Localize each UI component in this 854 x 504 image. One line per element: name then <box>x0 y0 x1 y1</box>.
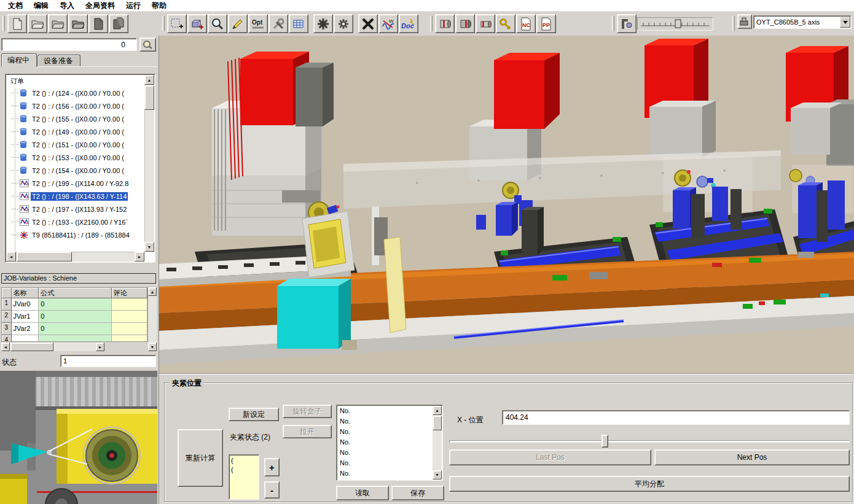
save-button[interactable]: 保存 <box>391 486 444 500</box>
last-pos-button[interactable]: Last Pos <box>449 449 651 465</box>
add-clamp-button[interactable]: + <box>264 458 280 476</box>
search-button[interactable] <box>139 37 156 52</box>
slider-track[interactable] <box>449 440 850 443</box>
slider-thumb[interactable] <box>601 435 608 448</box>
x-position-input[interactable] <box>502 410 850 425</box>
tree-item[interactable]: T2 () : / (199 - (|X114.00 / Y-92.8 <box>7 177 144 190</box>
scroll-left-button[interactable]: ◄ <box>1 343 10 351</box>
documents-dark-button[interactable] <box>109 14 128 33</box>
scroll-down-button[interactable]: ▼ <box>148 343 157 351</box>
scrollbar-thumb[interactable] <box>10 343 53 351</box>
scroll-up-button[interactable]: ▲ <box>148 287 157 296</box>
var-comment-cell[interactable] <box>112 311 147 323</box>
var-name-cell[interactable]: JVar2 <box>12 323 39 335</box>
var-formula-cell[interactable] <box>39 335 111 342</box>
tree-item[interactable]: T2 () : / (155 - (|X0.00 / Y0.00 ( <box>7 112 144 125</box>
list-item[interactable]: No. <box>337 468 433 479</box>
profile-shape-button[interactable] <box>313 14 333 33</box>
var-name-cell[interactable]: JVar0 <box>12 298 39 311</box>
scroll-down-button[interactable]: ▼ <box>433 470 442 479</box>
optimize-button[interactable]: Opt <box>248 14 268 33</box>
var-comment-cell[interactable] <box>112 335 147 342</box>
listbox-scrollbar[interactable]: ▲ ▼ <box>433 406 442 479</box>
clamp-list[interactable]: ( ( <box>229 454 259 500</box>
row-number[interactable]: 2 <box>2 311 12 323</box>
scroll-up-button[interactable]: ▲ <box>144 75 154 85</box>
tree-item[interactable]: T2 () : / (151 - (|X0.00 / Y0.00 ( <box>7 138 144 151</box>
add-tool-button[interactable] <box>187 14 207 33</box>
save-button[interactable] <box>68 14 88 33</box>
3d-machine-viewport[interactable] <box>159 36 854 373</box>
var-comment-cell[interactable] <box>112 298 147 311</box>
next-pos-button[interactable]: Next Pos <box>654 449 850 465</box>
tree-item[interactable]: T9 (85188411) : / (189 - (851884 <box>7 228 144 241</box>
tree-item[interactable]: T2 () : / (193 - (|X2160.00 / Y16` <box>7 215 144 228</box>
toolbar-grip[interactable] <box>162 16 165 31</box>
clamp-list-item[interactable]: ( <box>231 465 259 475</box>
menu-global-data[interactable]: 全局资料 <box>80 0 120 11</box>
delete-button[interactable] <box>358 14 378 33</box>
var-formula-cell[interactable]: 0 <box>39 311 111 323</box>
recalculate-button[interactable]: 重新计算 <box>178 429 223 487</box>
position-listbox[interactable]: No. No. No. No. No. No. No. No. ▲ ▼ <box>336 405 443 481</box>
tool-holder-2-button[interactable] <box>455 14 475 33</box>
scroll-left-button[interactable]: ◄ <box>6 252 16 262</box>
tree-item[interactable]: T2 () : / (153 - (|X0.00 / Y0.00 ( <box>7 151 144 164</box>
list-item[interactable]: No. <box>337 448 433 458</box>
machining-preview-panel[interactable] <box>0 371 157 504</box>
doc-export-button[interactable]: Doc <box>399 14 418 33</box>
table-vertical-scrollbar[interactable]: ▲ ▼ <box>148 287 157 351</box>
tree-vertical-scrollbar[interactable]: ▲ ▼ <box>144 75 154 252</box>
scroll-up-button[interactable]: ▲ <box>433 406 442 415</box>
nc-program-button[interactable]: NC <box>516 14 536 33</box>
list-item[interactable]: No. <box>337 406 433 416</box>
open-file-button[interactable] <box>28 14 47 33</box>
column-header-name[interactable]: 名称 <box>12 288 39 298</box>
var-formula-cell[interactable]: 0 <box>39 323 111 335</box>
var-name-cell[interactable]: JVar1 <box>12 311 39 323</box>
wave-curve-button[interactable]: W <box>378 14 398 33</box>
new-workpiece-button[interactable] <box>167 14 187 33</box>
rotate-box-button[interactable]: 旋转盒子 <box>283 405 332 418</box>
scroll-right-button[interactable]: ► <box>96 343 104 351</box>
tool-holder-1-button[interactable] <box>435 14 455 33</box>
tree-item[interactable]: T2 () : / (149 - (|X0.00 / Y0.00 ( <box>7 125 144 138</box>
edit-geometry-button[interactable] <box>228 14 248 33</box>
read-button[interactable]: 读取 <box>336 486 389 500</box>
column-header-formula[interactable]: 公式 <box>39 288 111 298</box>
scroll-down-button[interactable]: ▼ <box>144 242 154 252</box>
tree-item[interactable]: T2 () : / (154 - (|X0.00 / Y0.00 ( <box>7 164 144 177</box>
var-name-cell[interactable] <box>12 335 39 342</box>
row-number[interactable]: 3 <box>2 323 12 335</box>
pp-program-button[interactable]: PP <box>536 14 556 33</box>
column-header-comment[interactable]: 评论 <box>112 288 147 298</box>
simulation-speed-slider[interactable] <box>637 17 713 31</box>
distribute-evenly-button[interactable]: 平均分配 <box>449 476 850 492</box>
pull-apart-button[interactable]: 拉开 <box>283 425 332 438</box>
list-item[interactable]: No. <box>337 416 433 427</box>
menu-run[interactable]: 运行 <box>120 0 146 11</box>
clamp-list-item[interactable]: ( <box>231 456 259 465</box>
scrollbar-thumb[interactable] <box>144 85 154 110</box>
corner-view-button[interactable] <box>617 14 637 33</box>
list-item[interactable]: No. <box>337 427 433 437</box>
status-value-field[interactable]: 1 <box>60 355 156 367</box>
new-setting-button[interactable]: 新设定 <box>229 408 279 421</box>
list-item[interactable]: No. <box>337 479 433 479</box>
var-formula-cell[interactable]: 0 <box>39 298 111 311</box>
tree-item[interactable]: T2 () : / (156 - (|X0.00 / Y0.00 ( <box>7 99 144 112</box>
open-project-button[interactable] <box>48 14 68 33</box>
machine-select[interactable]: OYT_C8605B_5 axis <box>753 15 852 29</box>
zoom-button[interactable] <box>208 14 227 33</box>
tree-root[interactable]: 订单 <box>7 76 144 87</box>
menu-edit[interactable]: 编辑 <box>28 0 54 11</box>
document-dark-button[interactable] <box>88 14 108 33</box>
tab-machine-setup[interactable]: 设备准备 <box>37 55 80 66</box>
tree-item[interactable]: T2 () : / (124 - (|X0.00 / Y0.00 ( <box>7 87 144 99</box>
toolbar-grip[interactable] <box>732 16 735 31</box>
search-input[interactable] <box>1 38 137 51</box>
scrollbar-thumb[interactable] <box>433 416 442 430</box>
scrollbar-thumb[interactable] <box>17 252 72 262</box>
toolbar-grip[interactable] <box>2 16 5 31</box>
new-document-button[interactable] <box>7 14 27 33</box>
